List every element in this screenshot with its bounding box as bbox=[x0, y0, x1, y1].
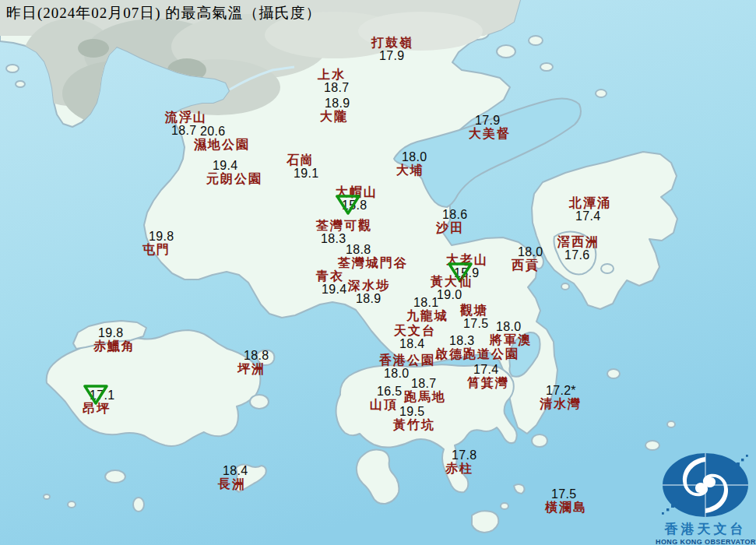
station-赤柱: 17.8赤柱 bbox=[452, 448, 476, 475]
station-九龍城: 18.1九龍城 bbox=[413, 296, 448, 322]
station-沙田: 18.6沙田 bbox=[442, 208, 467, 234]
station-name: 荃灣可觀 bbox=[316, 219, 372, 232]
station-name: 昂坪 bbox=[83, 402, 114, 415]
station-temperature: 15.8 bbox=[342, 199, 378, 212]
station-temperature: 18.3 bbox=[449, 334, 519, 347]
station-temperature: 18.0 bbox=[402, 150, 427, 164]
station-name: 大帽山 bbox=[336, 185, 378, 199]
station-name: 黃大仙 bbox=[431, 275, 473, 288]
station-長洲: 18.4長洲 bbox=[223, 464, 248, 490]
station-name: 西貢 bbox=[512, 258, 543, 272]
hong-kong-basemap bbox=[0, 0, 756, 545]
station-name: 山頂 bbox=[370, 398, 402, 411]
station-筲箕灣: 17.4筲箕灣 bbox=[473, 363, 509, 389]
land-po-toi bbox=[472, 511, 498, 533]
station-temperature: 18.8 bbox=[244, 349, 269, 362]
station-濕地公園: 20.6濕地公園 bbox=[200, 125, 250, 151]
station-青衣: 青衣19.4 bbox=[316, 269, 346, 296]
station-name: 荃灣城門谷 bbox=[338, 256, 408, 269]
station-北潭涌: 北潭涌17.4 bbox=[569, 196, 611, 223]
station-name: 深水埗 bbox=[348, 279, 390, 292]
station-元朗公園: 19.4元朗公園 bbox=[213, 159, 262, 185]
station-name: 赤鱲角 bbox=[93, 339, 135, 353]
station-坪洲: 18.8坪洲 bbox=[244, 349, 269, 375]
station-name: 青衣 bbox=[316, 269, 346, 283]
station-temperature: 17.9 bbox=[475, 114, 511, 127]
station-啟德跑道公園: 18.3啟德跑道公園 bbox=[449, 334, 519, 360]
station-赤鱲角: 19.8赤鱲角 bbox=[98, 326, 135, 353]
station-temperature: 17.5 bbox=[463, 317, 488, 330]
station-temperature: 19.8 bbox=[149, 230, 174, 243]
station-天文台: 天文台18.4 bbox=[394, 324, 436, 350]
station-temperature: 19.1 bbox=[294, 167, 318, 180]
station-name: 滘西洲 bbox=[557, 235, 600, 248]
station-大帽山: 大帽山15.8 bbox=[336, 185, 378, 212]
station-temperature: 18.8 bbox=[346, 243, 408, 256]
station-山頂: 16.5山頂 bbox=[377, 385, 402, 411]
station-temperature: 18.4 bbox=[399, 337, 436, 350]
station-name: 北潭涌 bbox=[569, 196, 611, 209]
station-temperature: 19.4 bbox=[322, 283, 346, 296]
station-name: 清水灣 bbox=[540, 397, 582, 410]
station-temperature: 18.9 bbox=[356, 292, 390, 305]
station-name: 坪洲 bbox=[237, 362, 269, 375]
station-name: 啟德跑道公園 bbox=[435, 347, 519, 360]
map-title: 昨日(2024年02月07日) 的最高氣溫（攝氏度） bbox=[6, 3, 321, 23]
station-name: 石崗 bbox=[287, 153, 318, 167]
station-滘西洲: 滘西洲17.6 bbox=[557, 235, 600, 262]
station-name: 流浮山 bbox=[165, 111, 207, 124]
station-name: 濕地公園 bbox=[194, 138, 250, 151]
station-name: 天文台 bbox=[394, 324, 436, 337]
station-name: 大埔 bbox=[396, 164, 427, 177]
station-跑馬地: 18.7跑馬地 bbox=[411, 377, 446, 403]
station-黃竹坑: 19.5黃竹坑 bbox=[399, 405, 435, 431]
station-name: 屯門 bbox=[142, 243, 174, 256]
station-name: 長洲 bbox=[218, 477, 248, 490]
station-屯門: 19.8屯門 bbox=[149, 230, 174, 256]
station-name: 筲箕灣 bbox=[467, 376, 509, 389]
station-昂坪: 17.1昂坪 bbox=[90, 389, 114, 415]
station-temperature: 19.8 bbox=[98, 326, 135, 339]
station-name: 赤柱 bbox=[445, 462, 476, 475]
station-temperature: 17.5 bbox=[551, 487, 587, 501]
station-荃灣城門谷: 18.8荃灣城門谷 bbox=[346, 243, 408, 269]
station-name: 大老山 bbox=[446, 253, 488, 266]
station-name: 大隴 bbox=[320, 110, 350, 123]
station-temperature: 19.5 bbox=[399, 405, 435, 418]
station-name: 九龍城 bbox=[406, 309, 448, 322]
station-大美督: 17.9大美督 bbox=[475, 114, 511, 140]
station-temperature: 19.4 bbox=[213, 159, 262, 172]
station-name: 橫瀾島 bbox=[545, 501, 587, 514]
station-荃灣可觀: 荃灣可觀18.3 bbox=[316, 219, 372, 245]
station-name: 黃竹坑 bbox=[393, 418, 435, 431]
station-temperature: 17.1 bbox=[90, 389, 114, 402]
station-香港公園: 香港公園18.0 bbox=[379, 353, 435, 380]
station-temperature: 17.2* bbox=[546, 384, 582, 397]
station-大隴: 18.9大隴 bbox=[325, 97, 350, 123]
station-temperature: 17.6 bbox=[564, 248, 600, 262]
station-temperature: 16.5 bbox=[377, 385, 402, 398]
station-temperature: 18.4 bbox=[223, 464, 248, 477]
station-name: 打鼓嶺 bbox=[371, 36, 413, 49]
land-hei-ling-chau bbox=[250, 395, 269, 409]
station-temperature: 18.0 bbox=[518, 245, 543, 258]
station-temperature: 18.7 bbox=[411, 377, 446, 390]
station-深水埗: 深水埗18.9 bbox=[348, 279, 390, 305]
station-name: 大美督 bbox=[469, 127, 511, 140]
station-大埔: 18.0大埔 bbox=[402, 150, 427, 177]
hko-logo-name-cn: 香港天文台 bbox=[656, 520, 755, 538]
station-temperature: 18.0 bbox=[496, 320, 532, 333]
station-temperature: 18.1 bbox=[413, 296, 448, 309]
hko-logo-icon bbox=[656, 452, 755, 519]
station-temperature: 20.6 bbox=[200, 125, 250, 138]
station-清水灣: 17.2*清水灣 bbox=[546, 384, 582, 410]
station-temperature: 17.9 bbox=[379, 49, 413, 62]
station-temperature: 18.9 bbox=[325, 97, 350, 110]
hko-logo: 香港天文台 HONG KONG OBSERVATORY bbox=[656, 452, 755, 543]
station-temperature: 18.7 bbox=[324, 81, 349, 94]
station-西貢: 18.0西貢 bbox=[518, 245, 543, 272]
station-name: 觀塘 bbox=[460, 304, 488, 317]
station-name: 沙田 bbox=[436, 221, 467, 234]
station-橫瀾島: 17.5橫瀾島 bbox=[551, 487, 587, 514]
station-觀塘: 觀塘17.5 bbox=[460, 304, 488, 330]
